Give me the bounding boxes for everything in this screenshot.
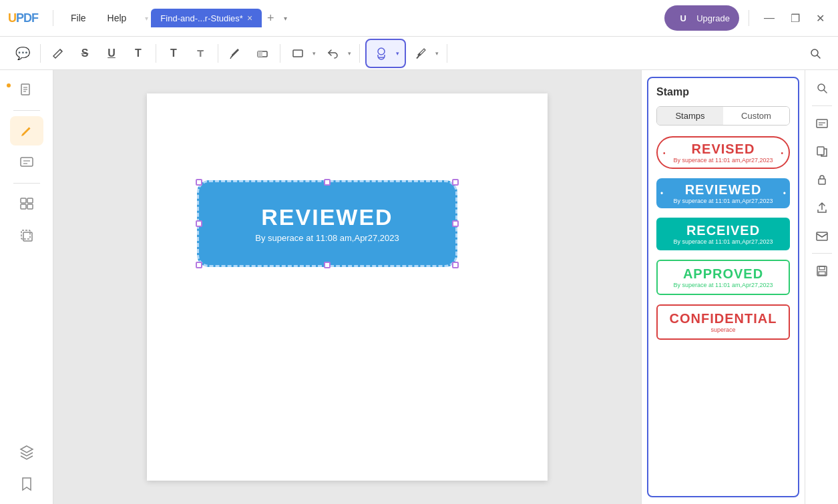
strikethrough-tool[interactable]: S	[73, 41, 97, 65]
handle-br[interactable]	[452, 262, 459, 268]
tab-custom[interactable]: Custom	[723, 107, 789, 125]
svg-rect-14	[21, 198, 26, 203]
sidebar-item-bookmark[interactable]	[10, 469, 43, 499]
draw-tool[interactable]	[224, 41, 248, 65]
undo-dropdown-icon[interactable]: ▾	[345, 49, 354, 58]
stamp-item-approved[interactable]: APPROVED By superace at 11:01 am,Apr27,2…	[656, 260, 790, 295]
tab-stamps[interactable]: Stamps	[657, 107, 723, 125]
text-tool-2[interactable]: T	[162, 41, 186, 65]
shape-tool-group: ▾	[286, 41, 319, 65]
titlebar-divider	[53, 10, 53, 26]
right-sidebar-search[interactable]	[809, 75, 835, 101]
titlebar-right: U Upgrade — ❐ ✕	[664, 5, 830, 31]
toolbar-sep-5	[359, 44, 360, 63]
shape-dropdown-icon[interactable]: ▾	[310, 49, 319, 58]
sidebar-item-pages[interactable]	[10, 75, 43, 105]
stamp-item-confidential[interactable]: CONFIDENTIAL superace	[656, 304, 790, 340]
svg-rect-25	[817, 147, 824, 155]
sign-dropdown-icon[interactable]: ▾	[433, 49, 441, 58]
tab-label: Find-and-...r-Studies*	[160, 13, 243, 23]
shape-tool[interactable]	[286, 41, 310, 65]
sidebar-item-annotate[interactable]	[10, 116, 43, 146]
handle-tc[interactable]	[324, 179, 331, 186]
tab-dropdown-icon[interactable]: ▾	[280, 15, 291, 22]
right-sidebar-protect[interactable]	[809, 167, 835, 192]
sidebar-item-layers[interactable]	[10, 437, 43, 467]
handle-bc[interactable]	[324, 262, 331, 268]
search-tool[interactable]	[803, 41, 827, 65]
titlebar-right-divider	[749, 10, 749, 26]
right-sidebar-ocr[interactable]	[809, 111, 835, 136]
svg-rect-15	[27, 198, 33, 203]
eraser-tool[interactable]	[250, 41, 274, 65]
pdf-content-area[interactable]: REVIEWED By superace at 11:08 am,Apr27,2…	[53, 70, 641, 504]
comment-tool[interactable]: 💬	[11, 41, 35, 65]
sidebar-item-comment[interactable]	[10, 148, 43, 178]
minimize-button[interactable]: —	[759, 12, 780, 24]
stamp-tool-group: ▾	[365, 39, 406, 68]
text-tool-1[interactable]: T	[126, 41, 150, 65]
svg-rect-30	[819, 272, 825, 275]
stamp-tool[interactable]	[369, 41, 393, 65]
stamp-item-reviewed[interactable]: REVIEWED By superace at 11:01 am,Apr27,2…	[656, 178, 790, 208]
stamp-approved-box: APPROVED By superace at 11:01 am,Apr27,2…	[656, 260, 790, 295]
handle-ml[interactable]	[196, 220, 202, 227]
stamp-reviewed-title: REVIEWED	[685, 182, 762, 198]
stamp-received-subtitle: By superace at 11:01 am,Apr27,2023	[673, 238, 773, 245]
stamp-dropdown-icon[interactable]: ▾	[393, 49, 402, 58]
titlebar: UPDF File Help ▾ Find-and-...r-Studies* …	[0, 0, 838, 37]
toolbar: 💬 S U T T T ▾ ▾ ▾	[0, 37, 838, 70]
svg-rect-2	[293, 50, 302, 57]
svg-rect-18	[21, 230, 30, 239]
text-outline-tool[interactable]: T	[188, 41, 212, 65]
underline-tool[interactable]: U	[99, 41, 124, 65]
stamp-item-revised[interactable]: REVISED By superace at 11:01 am,Apr27,20…	[656, 136, 790, 169]
stamp-reviewed-subtitle: By superace at 11:01 am,Apr27,2023	[673, 198, 773, 204]
svg-point-3	[378, 48, 385, 55]
maximize-button[interactable]: ❐	[785, 12, 805, 25]
stamp-tabs: Stamps Custom	[656, 106, 790, 125]
new-tab-button[interactable]: +	[262, 11, 280, 25]
handle-tl[interactable]	[196, 179, 202, 186]
stamp-panel: Stamp Stamps Custom REVISED By superace …	[647, 77, 799, 497]
right-sidebar-divider-1	[812, 105, 832, 106]
page-stamp-reviewed[interactable]: REVIEWED By superace at 11:08 am,Apr27,2…	[197, 180, 457, 267]
stamp-panel-title: Stamp	[656, 86, 790, 98]
close-button[interactable]: ✕	[811, 12, 830, 25]
stamp-approved-subtitle: By superace at 11:01 am,Apr27,2023	[673, 282, 773, 288]
svg-line-6	[817, 55, 820, 58]
active-tab[interactable]: Find-and-...r-Studies* ×	[151, 9, 262, 27]
svg-rect-27	[817, 232, 827, 240]
upgrade-button[interactable]: U Upgrade	[664, 5, 739, 31]
tab-close-button[interactable]: ×	[247, 13, 252, 23]
undo-tool[interactable]	[321, 41, 345, 65]
active-indicator	[7, 83, 11, 87]
tab-arrow-icon[interactable]: ▾	[145, 15, 148, 22]
right-sidebar-save[interactable]	[809, 258, 835, 284]
stamp-panel-container: Stamp Stamps Custom REVISED By superace …	[641, 70, 805, 504]
right-sidebar-convert[interactable]	[809, 139, 835, 164]
upgrade-label: Upgrade	[696, 13, 730, 23]
svg-rect-19	[23, 232, 32, 241]
toolbar-sep-6	[447, 44, 447, 63]
sidebar-wrapper-1	[0, 75, 53, 105]
handle-tr[interactable]	[452, 179, 459, 186]
handle-bl[interactable]	[196, 262, 202, 268]
sign-tool[interactable]	[409, 41, 433, 65]
sidebar-divider-2	[13, 183, 40, 184]
handle-mr[interactable]	[452, 220, 459, 227]
menu-help[interactable]: Help	[99, 10, 135, 26]
sidebar-divider-1	[13, 110, 40, 111]
sidebar-item-organize[interactable]	[10, 189, 43, 218]
highlight-tool[interactable]	[46, 41, 70, 65]
left-sidebar	[0, 70, 53, 504]
toolbar-sep-2	[156, 44, 156, 63]
sidebar-item-crop[interactable]	[10, 221, 43, 250]
stamp-confidential-subtitle: superace	[710, 326, 735, 333]
stamp-item-received[interactable]: RECEIVED By superace at 11:01 am,Apr27,2…	[656, 218, 790, 250]
svg-rect-16	[21, 204, 26, 209]
right-sidebar-share[interactable]	[809, 195, 835, 220]
menu-file[interactable]: File	[63, 10, 94, 26]
main-area: REVIEWED By superace at 11:08 am,Apr27,2…	[0, 70, 838, 504]
right-sidebar-email[interactable]	[809, 223, 835, 248]
